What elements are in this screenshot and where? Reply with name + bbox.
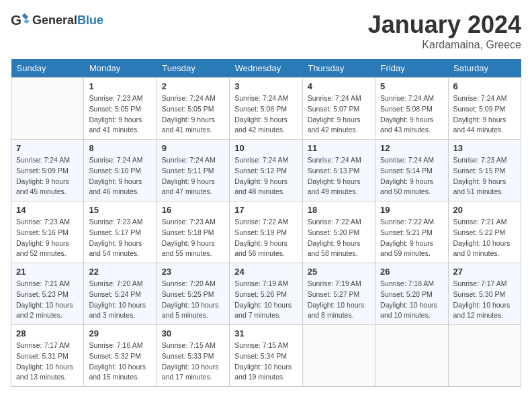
sunrise-label: Sunrise: 7:19 AM: [308, 279, 361, 287]
sunrise-label: Sunrise: 7:20 AM: [162, 279, 216, 287]
day-info: Sunrise: 7:24 AM Sunset: 5:09 PM Dayligh…: [16, 155, 79, 197]
sunrise-label: Sunrise: 7:24 AM: [380, 94, 434, 102]
sunrise-label: Sunrise: 7:16 AM: [89, 341, 142, 349]
weekday-monday: Monday: [84, 59, 157, 78]
day-number: 18: [308, 205, 370, 215]
calendar-cell: [302, 325, 375, 387]
day-number: 14: [16, 205, 79, 215]
sunset-label: Sunset: 5:08 PM: [380, 105, 433, 113]
day-info: Sunrise: 7:24 AM Sunset: 5:14 PM Dayligh…: [380, 155, 443, 197]
day-info: Sunrise: 7:20 AM Sunset: 5:24 PM Dayligh…: [89, 279, 151, 321]
sunset-label: Sunset: 5:09 PM: [453, 105, 506, 113]
logo-general: General: [32, 13, 77, 27]
sunset-label: Sunset: 5:23 PM: [16, 290, 69, 298]
sunrise-label: Sunrise: 7:23 AM: [89, 94, 142, 102]
calendar-cell: 22 Sunrise: 7:20 AM Sunset: 5:24 PM Dayl…: [84, 263, 157, 325]
calendar-cell: [375, 325, 448, 387]
calendar-cell: 28 Sunrise: 7:17 AM Sunset: 5:31 PM Dayl…: [11, 325, 84, 387]
sunset-label: Sunset: 5:18 PM: [162, 228, 214, 236]
logo: G GeneralBlue: [11, 11, 103, 30]
sunset-label: Sunset: 5:19 PM: [234, 228, 287, 236]
day-info: Sunrise: 7:23 AM Sunset: 5:15 PM Dayligh…: [453, 155, 516, 197]
sunset-label: Sunset: 5:24 PM: [89, 290, 141, 298]
calendar-cell: [448, 325, 521, 387]
day-number: 16: [162, 205, 224, 215]
calendar-cell: 4 Sunrise: 7:24 AM Sunset: 5:07 PM Dayli…: [302, 78, 375, 140]
daylight-label: Daylight: 10 hours and 7 minutes.: [234, 301, 292, 320]
sunrise-label: Sunrise: 7:24 AM: [162, 156, 216, 164]
daylight-label: Daylight: 10 hours and 2 minutes.: [16, 301, 73, 320]
day-info: Sunrise: 7:24 AM Sunset: 5:11 PM Dayligh…: [162, 155, 224, 197]
weekday-header-row: SundayMondayTuesdayWednesdayThursdayFrid…: [11, 59, 521, 78]
sunrise-label: Sunrise: 7:24 AM: [89, 156, 142, 164]
sunset-label: Sunset: 5:26 PM: [234, 290, 287, 298]
day-number: 31: [234, 328, 297, 338]
sunset-label: Sunset: 5:05 PM: [89, 105, 141, 113]
daylight-label: Daylight: 9 hours and 42 minutes.: [308, 116, 361, 134]
sunset-label: Sunset: 5:12 PM: [234, 167, 287, 175]
weekday-tuesday: Tuesday: [157, 59, 229, 78]
page-header: G GeneralBlue January 2024 Kardamaina, G…: [11, 11, 521, 51]
day-number: 15: [89, 205, 151, 215]
day-info: Sunrise: 7:19 AM Sunset: 5:26 PM Dayligh…: [234, 279, 297, 321]
calendar-cell: 18 Sunrise: 7:22 AM Sunset: 5:20 PM Dayl…: [302, 201, 375, 263]
sunrise-label: Sunrise: 7:23 AM: [16, 218, 70, 226]
day-info: Sunrise: 7:24 AM Sunset: 5:12 PM Dayligh…: [234, 155, 297, 197]
daylight-label: Daylight: 10 hours and 13 minutes.: [16, 363, 73, 381]
sunrise-label: Sunrise: 7:21 AM: [453, 218, 507, 226]
calendar-cell: 25 Sunrise: 7:19 AM Sunset: 5:27 PM Dayl…: [302, 263, 375, 325]
sunset-label: Sunset: 5:13 PM: [308, 167, 360, 175]
calendar-cell: 10 Sunrise: 7:24 AM Sunset: 5:12 PM Dayl…: [230, 140, 302, 201]
calendar-cell: 29 Sunrise: 7:16 AM Sunset: 5:32 PM Dayl…: [84, 325, 157, 387]
sunrise-label: Sunrise: 7:22 AM: [234, 218, 288, 226]
daylight-label: Daylight: 9 hours and 51 minutes.: [453, 177, 506, 196]
sunrise-label: Sunrise: 7:18 AM: [380, 279, 434, 287]
day-number: 19: [380, 205, 443, 215]
calendar-week-1: 1 Sunrise: 7:23 AM Sunset: 5:05 PM Dayli…: [11, 78, 521, 140]
sunset-label: Sunset: 5:32 PM: [89, 352, 141, 360]
calendar-cell: 3 Sunrise: 7:24 AM Sunset: 5:06 PM Dayli…: [230, 78, 302, 140]
day-info: Sunrise: 7:23 AM Sunset: 5:16 PM Dayligh…: [16, 217, 79, 259]
day-info: Sunrise: 7:22 AM Sunset: 5:21 PM Dayligh…: [380, 217, 443, 259]
sunset-label: Sunset: 5:15 PM: [453, 167, 506, 175]
calendar-cell: 24 Sunrise: 7:19 AM Sunset: 5:26 PM Dayl…: [230, 263, 302, 325]
sunrise-label: Sunrise: 7:17 AM: [453, 279, 507, 287]
location-title: Kardamaina, Greece: [368, 39, 521, 51]
weekday-thursday: Thursday: [302, 59, 375, 78]
calendar-cell: 16 Sunrise: 7:23 AM Sunset: 5:18 PM Dayl…: [157, 201, 229, 263]
day-info: Sunrise: 7:21 AM Sunset: 5:23 PM Dayligh…: [16, 279, 79, 321]
weekday-friday: Friday: [375, 59, 448, 78]
day-number: 23: [162, 267, 224, 277]
calendar-cell: 23 Sunrise: 7:20 AM Sunset: 5:25 PM Dayl…: [157, 263, 229, 325]
month-title: January 2024: [368, 11, 521, 39]
daylight-label: Daylight: 10 hours and 19 minutes.: [234, 363, 292, 381]
day-number: 1: [89, 81, 151, 91]
calendar-cell: 11 Sunrise: 7:24 AM Sunset: 5:13 PM Dayl…: [302, 140, 375, 201]
day-info: Sunrise: 7:15 AM Sunset: 5:33 PM Dayligh…: [162, 340, 224, 383]
day-number: 9: [162, 143, 224, 153]
calendar-cell: 19 Sunrise: 7:22 AM Sunset: 5:21 PM Dayl…: [375, 201, 448, 263]
daylight-label: Daylight: 10 hours and 0 minutes.: [453, 239, 511, 258]
calendar-cell: 5 Sunrise: 7:24 AM Sunset: 5:08 PM Dayli…: [375, 78, 448, 140]
calendar-week-2: 7 Sunrise: 7:24 AM Sunset: 5:09 PM Dayli…: [11, 140, 521, 201]
calendar-cell: 21 Sunrise: 7:21 AM Sunset: 5:23 PM Dayl…: [11, 263, 84, 325]
day-info: Sunrise: 7:22 AM Sunset: 5:19 PM Dayligh…: [234, 217, 297, 259]
calendar-cell: 27 Sunrise: 7:17 AM Sunset: 5:30 PM Dayl…: [448, 263, 521, 325]
calendar-cell: 9 Sunrise: 7:24 AM Sunset: 5:11 PM Dayli…: [157, 140, 229, 201]
daylight-label: Daylight: 9 hours and 44 minutes.: [453, 116, 506, 134]
calendar-cell: 7 Sunrise: 7:24 AM Sunset: 5:09 PM Dayli…: [11, 140, 84, 201]
sunrise-label: Sunrise: 7:20 AM: [89, 279, 142, 287]
calendar-cell: [11, 78, 84, 140]
day-info: Sunrise: 7:23 AM Sunset: 5:17 PM Dayligh…: [89, 217, 151, 259]
day-number: 8: [89, 143, 151, 153]
day-info: Sunrise: 7:17 AM Sunset: 5:30 PM Dayligh…: [453, 279, 516, 321]
calendar-cell: 2 Sunrise: 7:24 AM Sunset: 5:05 PM Dayli…: [157, 78, 229, 140]
day-number: 5: [380, 81, 443, 91]
day-info: Sunrise: 7:20 AM Sunset: 5:25 PM Dayligh…: [162, 279, 224, 321]
day-number: 25: [308, 267, 370, 277]
calendar-cell: 14 Sunrise: 7:23 AM Sunset: 5:16 PM Dayl…: [11, 201, 84, 263]
daylight-label: Daylight: 10 hours and 8 minutes.: [308, 301, 365, 320]
day-info: Sunrise: 7:15 AM Sunset: 5:34 PM Dayligh…: [234, 340, 297, 383]
calendar-cell: 1 Sunrise: 7:23 AM Sunset: 5:05 PM Dayli…: [84, 78, 157, 140]
logo-icon: G: [11, 11, 30, 30]
